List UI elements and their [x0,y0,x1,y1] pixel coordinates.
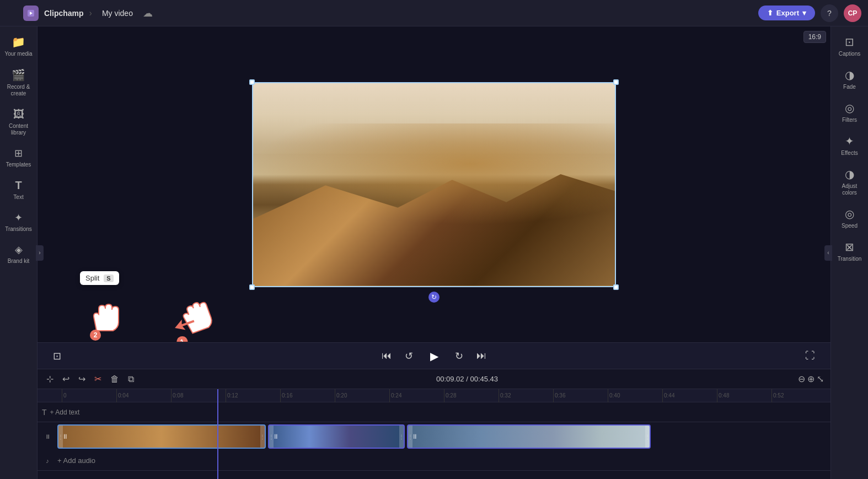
sidebar-item-brand-kit[interactable]: ◈ Brand kit [2,239,35,269]
undo-button[interactable]: ↩ [60,372,72,386]
right-tool-captions[interactable]: ⊡ Captions [833,31,866,62]
ruler-mark: 0:32 [499,389,553,402]
sidebar-collapse-button[interactable]: › [36,245,44,261]
skip-back-button[interactable]: ⏮ [379,348,394,364]
rewind-button[interactable]: ↺ [403,348,415,364]
corner-handle-bl[interactable] [249,284,255,290]
text-icon: T [15,179,22,192]
record-create-icon: 🎬 [12,68,25,82]
filters-icon: ◎ [845,101,854,115]
center-area: 16:9 ↻ Split S ⊡ ⏮ [37,26,831,479]
dune-overlay [253,174,615,286]
speed-icon: ◎ [845,207,854,220]
sidebar-item-transitions[interactable]: ✦ Transitions [2,207,35,237]
brand-kit-icon: ◈ [15,244,23,256]
clip-right-handle-2[interactable]: ⋮ [399,426,404,448]
ruler-mark: 0:16 [280,389,335,402]
sidebar-item-text[interactable]: T Text [2,175,35,205]
fast-forward-button[interactable]: ↻ [453,348,465,364]
filters-label: Filters [842,117,857,123]
desert-scene [253,83,615,286]
adjust-colors-label: Adjustcolors [842,183,858,196]
video-canvas [252,82,616,287]
text-track-icon: T [42,408,47,417]
subtitle-button[interactable]: ⊡ [51,348,63,364]
video-clip-2[interactable]: ⋮ ⏸ ⋮ [268,424,405,449]
sidebar-item-record-create[interactable]: 🎬 Record &create [2,64,35,101]
sidebar-item-label: Contentlibrary [9,123,28,136]
play-button[interactable]: ▶ [424,346,444,366]
audio-track-label: ♪ [37,458,57,464]
right-tool-filters[interactable]: ◎ Filters [833,97,866,128]
ruler-mark: 0:44 [662,389,717,402]
total-time: 00:45.43 [470,375,498,383]
video-title-button[interactable]: My video [98,7,137,20]
corner-handle-tl[interactable] [249,79,255,85]
copy-button[interactable]: ⧉ [126,372,136,386]
video-clip-1[interactable]: ⋮ ⏸ ⋮ [57,424,266,449]
add-text-button[interactable]: + Add text [50,408,80,416]
sidebar-item-templates[interactable]: ⊞ Templates [2,143,35,173]
separator: › [89,8,92,18]
help-button[interactable]: ? [821,4,838,22]
video-track-label: ⏸ [37,433,57,440]
preview-area: 16:9 ↻ [37,26,831,342]
timeline-ruler[interactable]: 0 0:04 0:08 0:12 0:16 0:20 0:24 0:28 0:3… [37,389,831,402]
right-sidebar-toggle[interactable]: ‹ [824,245,832,261]
add-audio-button[interactable]: + Add audio [57,456,95,465]
templates-icon: ⊞ [14,147,23,159]
delete-button[interactable]: 🗑 [108,372,121,386]
fade-icon: ◑ [845,68,854,82]
captions-icon: ⊡ [845,35,854,49]
menu-button[interactable] [7,9,18,17]
video-frame[interactable]: ↻ [252,82,616,287]
sidebar-item-your-media[interactable]: 📁 Your media [2,31,35,62]
pointer-tool-button[interactable]: ⊹ [44,372,56,386]
sidebar-item-label: Record &create [7,84,30,97]
ruler-mark: 0 [62,389,116,402]
clip-right-handle-1[interactable]: ⋮ [260,426,265,448]
right-tool-speed[interactable]: ◎ Speed [833,203,866,234]
sidebar-item-label: Transitions [5,226,32,233]
zoom-out-button[interactable]: ⊖ [798,374,805,384]
export-button[interactable]: ⬆ Export ▾ [758,6,815,20]
effects-icon: ✦ [845,134,854,148]
user-avatar[interactable]: CP [844,4,861,22]
rotate-handle[interactable]: ↻ [428,292,440,303]
speed-label: Speed [842,223,858,229]
video-clip-3[interactable]: ⋮ ⏸ ⋮ [407,424,651,449]
clip-pause-icon: ⏸ [411,433,418,440]
add-text-track: T + Add text [37,402,831,422]
right-tool-effects[interactable]: ✦ Effects [833,130,866,161]
fullscreen-button[interactable]: ⛶ [803,348,817,364]
split-tooltip: Split S [80,271,119,285]
topbar: Clipchamp › My video ☁ ⬆ Export ▾ ? CP [0,0,868,26]
ruler-mark: 0:08 [171,389,226,402]
aspect-ratio-badge[interactable]: 16:9 [803,31,826,43]
cloud-sync-icon: ☁ [143,7,153,19]
split-button[interactable]: ✂ [92,372,104,386]
left-sidebar: 📁 Your media 🎬 Record &create 🖼 Contentl… [0,26,37,479]
right-tool-fade[interactable]: ◑ Fade [833,64,866,95]
app-logo [23,6,39,21]
current-time: 00:09.02 [436,375,464,383]
right-tool-transition[interactable]: ⊠ Transition [833,236,866,267]
clip-pause-icon: ⏸ [62,433,68,440]
ruler-mark: 0:28 [444,389,499,402]
skip-forward-button[interactable]: ⏭ [474,348,489,364]
topbar-left: Clipchamp › My video ☁ [7,6,752,21]
corner-handle-br[interactable] [613,284,619,290]
export-icon: ⬆ [767,9,773,17]
sidebar-item-content-library[interactable]: 🖼 Contentlibrary [2,104,35,141]
clip-right-handle-3[interactable]: ⋮ [645,426,650,448]
redo-button[interactable]: ↪ [76,372,88,386]
corner-handle-tr[interactable] [613,79,619,85]
fit-timeline-button[interactable]: ⤡ [817,374,824,384]
clip-pause-icon: ⏸ [272,433,279,440]
sidebar-item-label: Text [13,194,23,201]
main-layout: 📁 Your media 🎬 Record &create 🖼 Contentl… [0,26,868,479]
playback-controls: ⊡ ⏮ ↺ ▶ ↻ ⏭ ⛶ [37,342,831,369]
right-tool-adjust-colors[interactable]: ◑ Adjustcolors [833,163,866,201]
effects-label: Effects [841,150,858,157]
zoom-in-button[interactable]: ⊕ [807,374,815,384]
